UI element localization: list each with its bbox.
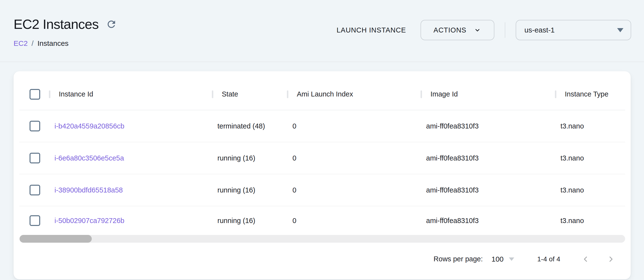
column-header-instance-type[interactable]: Instance Type (556, 79, 631, 110)
chevron-right-icon (606, 255, 615, 263)
instance-id-link[interactable]: i-6e6a80c3506e5ce5a (54, 154, 124, 162)
page-title: EC2 Instances (14, 17, 98, 32)
ami-launch-index-cell: 0 (288, 174, 421, 206)
column-header-label: Instance Id (59, 90, 93, 98)
select-all-checkbox[interactable] (30, 89, 40, 100)
row-checkbox[interactable] (30, 185, 40, 195)
ami-launch-index-cell: 0 (288, 206, 421, 235)
breadcrumb: EC2 / Instances (14, 38, 68, 49)
select-caret-icon (617, 28, 624, 32)
row-checkbox[interactable] (30, 215, 40, 226)
table-row: i-b420a4559a20856cb terminated (48) 0 am… (19, 110, 625, 142)
instance-type-cell: t3.nano (556, 110, 631, 142)
table-header-row: Instance Id State Ami Launch Index Image… (19, 79, 625, 110)
table-row: i-50b02907ca792726b running (16) 0 ami-f… (19, 206, 625, 235)
instance-id-link[interactable]: i-b420a4559a20856cb (54, 122, 124, 130)
row-checkbox[interactable] (30, 121, 40, 131)
rows-per-page-label: Rows per page: (434, 255, 483, 263)
image-id-cell: ami-ff0fea8310f3 (421, 206, 556, 235)
instance-type-cell: t3.nano (556, 206, 631, 235)
instance-id-link[interactable]: i-38900bdfd65518a58 (54, 186, 123, 194)
state-cell: running (16) (212, 206, 288, 235)
image-id-cell: ami-ff0fea8310f3 (421, 174, 556, 206)
next-page-button[interactable] (606, 254, 616, 264)
state-cell: running (16) (212, 142, 288, 174)
ec2-instances-page: EC2 Instances EC2 / Instances LAUNCH INS… (0, 0, 644, 280)
rows-per-page-select[interactable]: 100 (492, 255, 514, 263)
horizontal-scrollbar[interactable] (19, 235, 625, 243)
instance-type-cell: t3.nano (556, 142, 631, 174)
row-checkbox[interactable] (30, 153, 40, 163)
region-select[interactable]: us-east-1 (516, 20, 631, 40)
rows-per-page-value: 100 (492, 255, 504, 263)
ami-launch-index-cell: 0 (288, 110, 421, 142)
actions-button-label: ACTIONS (434, 26, 466, 34)
column-header-label: Image Id (430, 90, 458, 98)
region-select-value: us-east-1 (524, 26, 555, 34)
state-cell: running (16) (212, 174, 288, 206)
breadcrumb-current: Instances (38, 38, 68, 49)
header-vertical-divider (505, 22, 505, 38)
table-row: i-38900bdfd65518a58 running (16) 0 ami-f… (19, 174, 625, 206)
instance-type-cell: t3.nano (556, 174, 631, 206)
instance-id-link[interactable]: i-50b02907ca792726b (54, 217, 124, 225)
instances-table: Instance Id State Ami Launch Index Image… (19, 79, 625, 243)
dropdown-caret-icon (509, 257, 514, 261)
column-header-label: State (222, 90, 238, 98)
column-header-state[interactable]: State (212, 79, 288, 110)
actions-button[interactable]: ACTIONS (420, 20, 494, 40)
scrollbar-thumb[interactable] (20, 235, 92, 243)
column-header-label: Instance Type (565, 90, 608, 98)
state-cell: terminated (48) (212, 110, 288, 142)
title-row: EC2 Instances (14, 17, 117, 32)
column-header-instance-id[interactable]: Instance Id (50, 79, 212, 110)
refresh-button[interactable] (106, 19, 117, 30)
image-id-cell: ami-ff0fea8310f3 (421, 110, 556, 142)
column-header-image-id[interactable]: Image Id (421, 79, 556, 110)
ami-launch-index-cell: 0 (288, 142, 421, 174)
pagination-range: 1-4 of 4 (537, 255, 560, 263)
refresh-icon (106, 19, 117, 30)
previous-page-button[interactable] (581, 254, 590, 264)
column-header-ami-launch-index[interactable]: Ami Launch Index (288, 79, 421, 110)
breadcrumb-separator: / (32, 38, 34, 49)
chevron-left-icon (581, 255, 590, 263)
header-checkbox-cell (19, 79, 50, 110)
pagination: Rows per page: 100 1-4 of 4 (14, 243, 631, 279)
table-row: i-6e6a80c3506e5ce5a running (16) 0 ami-f… (19, 142, 625, 174)
page-header: EC2 Instances EC2 / Instances LAUNCH INS… (0, 0, 644, 62)
chevron-down-icon (474, 26, 481, 34)
column-header-label: Ami Launch Index (297, 90, 353, 98)
breadcrumb-link-ec2[interactable]: EC2 (14, 38, 28, 49)
instances-card: Instance Id State Ami Launch Index Image… (14, 71, 631, 279)
launch-instance-button[interactable]: LAUNCH INSTANCE (336, 26, 406, 34)
header-actions: LAUNCH INSTANCE ACTIONS us-east-1 (336, 20, 631, 40)
image-id-cell: ami-ff0fea8310f3 (421, 142, 556, 174)
